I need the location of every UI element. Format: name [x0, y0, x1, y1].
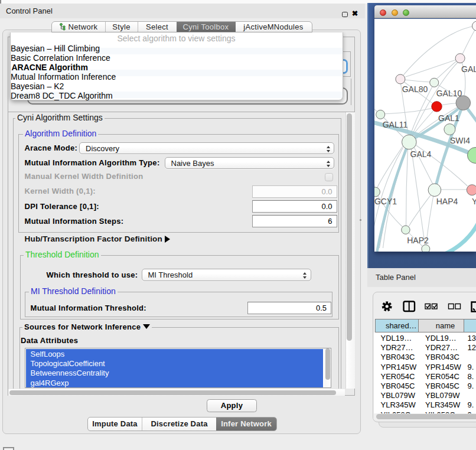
svg-text:GCY1: GCY1: [374, 197, 397, 206]
svg-text:GAL11: GAL11: [382, 120, 407, 129]
svg-text:GAL1: GAL1: [438, 113, 459, 123]
svg-text:GAL4: GAL4: [410, 149, 431, 159]
svg-text:YL: YL: [472, 197, 476, 206]
svg-text:GAL80: GAL80: [402, 84, 428, 94]
svg-text:GAL10: GAL10: [436, 89, 462, 98]
svg-text:SWI4: SWI4: [449, 136, 470, 145]
svg-text:GAL7: GAL7: [461, 64, 476, 74]
svg-text:HAP4: HAP4: [436, 197, 458, 206]
svg-text:HAP2: HAP2: [407, 236, 429, 245]
